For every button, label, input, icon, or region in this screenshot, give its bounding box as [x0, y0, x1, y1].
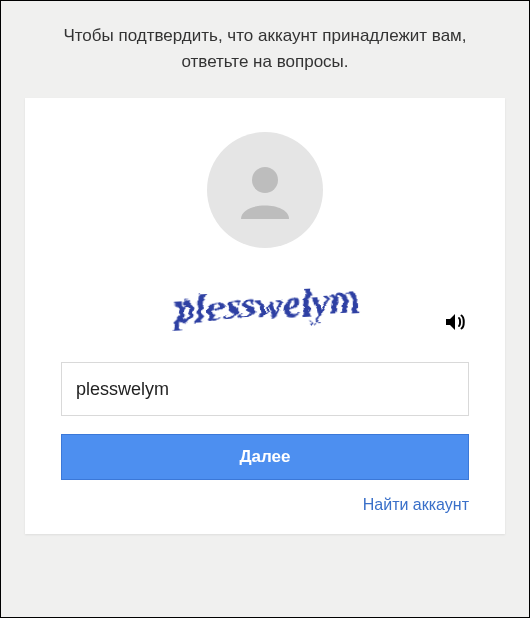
- avatar-row: [61, 132, 469, 248]
- captcha-text-glyphs: plesswelym: [168, 274, 358, 329]
- captcha-audio-button[interactable]: [441, 308, 469, 336]
- instruction-line-2: ответьте на вопросы.: [181, 52, 348, 71]
- captcha-distorted-text: plesswelym: [145, 269, 385, 337]
- speaker-icon: [443, 310, 467, 334]
- avatar-placeholder: [207, 132, 323, 248]
- find-account-link[interactable]: Найти аккаунт: [363, 496, 469, 513]
- instruction-line-1: Чтобы подтвердить, что аккаунт принадлеж…: [63, 26, 466, 45]
- form-card: plesswelym Далее Найти аккаунт: [25, 98, 505, 534]
- user-icon: [230, 155, 300, 225]
- captcha-input[interactable]: [61, 362, 469, 416]
- svg-point-0: [252, 167, 278, 193]
- captcha-row: plesswelym: [61, 266, 469, 340]
- page-container: Чтобы подтвердить, что аккаунт принадлеж…: [0, 0, 530, 618]
- find-account-row: Найти аккаунт: [61, 496, 469, 514]
- next-button[interactable]: Далее: [61, 434, 469, 480]
- captcha-image: plesswelym: [135, 266, 395, 340]
- instruction-text: Чтобы подтвердить, что аккаунт принадлеж…: [1, 1, 529, 88]
